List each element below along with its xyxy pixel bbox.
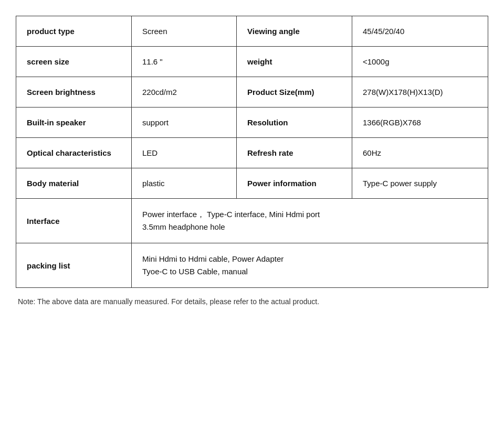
- label-cell-right: Refresh rate: [237, 138, 352, 168]
- value-cell-left: Screen: [132, 16, 237, 47]
- spec-table: product type Screen Viewing angle 45/45/…: [16, 16, 488, 288]
- note-text: Note: The above data are manually measur…: [16, 297, 488, 306]
- label-cell-right: Power information: [237, 168, 352, 199]
- label-cell-left: product type: [16, 16, 132, 47]
- label-cell-left: screen size: [16, 47, 132, 77]
- value-cell-right: 278(W)X178(H)X13(D): [352, 77, 488, 108]
- value-cell-left: LED: [132, 138, 237, 168]
- value-cell-left: support: [132, 108, 237, 138]
- label-cell-right: Viewing angle: [237, 16, 352, 47]
- value-cell-right: <1000g: [352, 47, 488, 77]
- table-row: Built-in speaker support Resolution 1366…: [16, 108, 488, 138]
- value-cell-left: 220cd/m2: [132, 77, 237, 108]
- value-cell-left: 11.6 ": [132, 47, 237, 77]
- table-row: screen size 11.6 " weight <1000g: [16, 47, 488, 77]
- span-value-cell: Mini Hdmi to Hdmi cable, Power AdapterTy…: [132, 243, 488, 288]
- page-container: product type Screen Viewing angle 45/45/…: [10, 10, 494, 311]
- table-row: packing list Mini Hdmi to Hdmi cable, Po…: [16, 243, 488, 288]
- label-cell-left: Interface: [16, 199, 132, 243]
- value-cell-right: 60Hz: [352, 138, 488, 168]
- label-cell-right: weight: [237, 47, 352, 77]
- span-value-cell: Power interface， Type-C interface, Mini …: [132, 199, 488, 243]
- label-cell-left: Body material: [16, 168, 132, 199]
- table-row: Optical characteristics LED Refresh rate…: [16, 138, 488, 168]
- label-cell-left: packing list: [16, 243, 132, 288]
- label-cell-left: Screen brightness: [16, 77, 132, 108]
- label-cell-left: Optical characteristics: [16, 138, 132, 168]
- value-cell-left: plastic: [132, 168, 237, 199]
- value-cell-right: Type-C power supply: [352, 168, 488, 199]
- table-row: Screen brightness 220cd/m2 Product Size(…: [16, 77, 488, 108]
- label-cell-left: Built-in speaker: [16, 108, 132, 138]
- table-row: Interface Power interface， Type-C interf…: [16, 199, 488, 243]
- label-cell-right: Product Size(mm): [237, 77, 352, 108]
- table-row: Body material plastic Power information …: [16, 168, 488, 199]
- table-row: product type Screen Viewing angle 45/45/…: [16, 16, 488, 47]
- value-cell-right: 45/45/20/40: [352, 16, 488, 47]
- value-cell-right: 1366(RGB)X768: [352, 108, 488, 138]
- label-cell-right: Resolution: [237, 108, 352, 138]
